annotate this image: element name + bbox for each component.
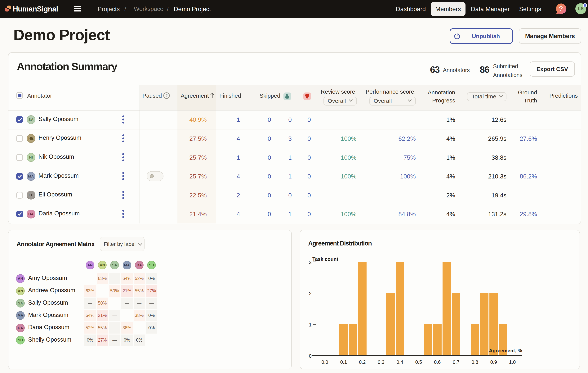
svg-text:?: ? xyxy=(165,93,168,98)
svg-text:?: ? xyxy=(559,5,563,12)
